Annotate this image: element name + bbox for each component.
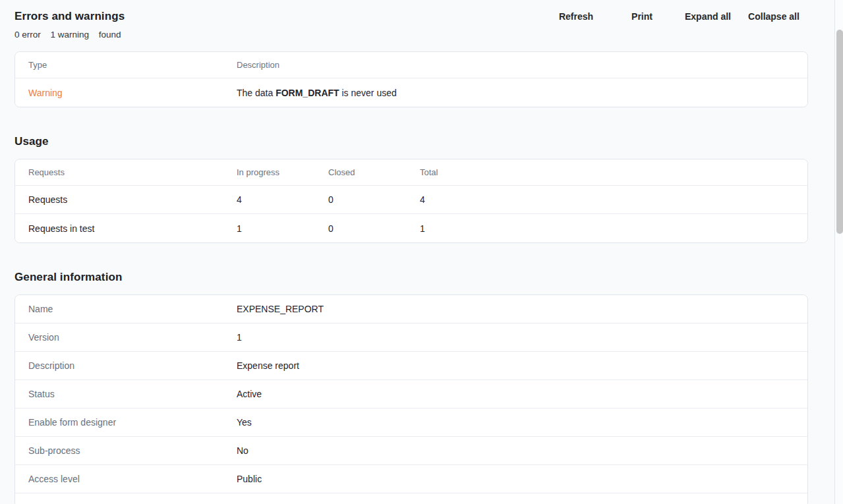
requests-total: 4 [420,194,807,205]
table-row: Name EXPENSE_REPORT [15,295,807,323]
column-header-closed: Closed [328,167,420,177]
column-header-description: Description [237,60,807,70]
page-header: Errors and warnings Refresh Print Expand… [15,0,808,24]
table-row: Version 1 [15,323,807,352]
error-count: 0 error [15,30,41,40]
errors-warnings-table: Type Description Warning The data FORM_D… [15,51,808,107]
status-value: Active [237,389,807,399]
warning-type-cell: Warning [28,88,237,98]
general-information-heading: General information [15,271,808,284]
table-row: Sub-process No [15,437,807,465]
expand-all-button[interactable]: Expand all [675,9,741,24]
requests-in-test-total: 1 [420,223,807,234]
enable-form-designer-value: Yes [237,417,807,428]
requests-closed: 0 [328,194,420,205]
requests-in-test-in-progress: 1 [237,223,328,234]
access-level-label: Access level [28,474,237,484]
sub-process-label: Sub-process [28,445,237,456]
version-label: Version [28,332,237,343]
column-header-in-progress: In progress [237,167,328,177]
print-button[interactable]: Print [609,9,675,24]
data-identifier: FORM_DRAFT [276,88,339,98]
sub-process-value: No [237,445,807,456]
column-header-requests: Requests [28,167,237,177]
warning-description-cell: The data FORM_DRAFT is never used [237,88,807,98]
requests-in-test-label: Requests in test [28,223,237,234]
page-title: Errors and warnings [15,10,125,23]
enable-form-designer-label: Enable form designer [28,417,237,428]
general-information-table: Name EXPENSE_REPORT Version 1 Descriptio… [15,294,808,504]
status-label: Status [28,389,237,399]
name-value: EXPENSE_REPORT [237,304,807,314]
column-header-total: Total [420,167,807,177]
table-row: Description Expense report [15,352,807,380]
name-label: Name [28,304,237,314]
warning-count: 1 warning [51,30,90,40]
table-row: Enable form designer Yes [15,408,807,437]
access-level-value: Public [237,474,807,484]
table-row: Requests 4 0 4 [15,186,807,214]
requests-label: Requests [28,194,237,205]
header-actions: Refresh Print Expand all Collapse all [543,9,807,24]
table-row: Status Active [15,380,807,408]
description-label: Description [28,360,237,371]
scrollbar-thumb[interactable] [836,30,843,234]
process-details-content: Errors and warnings Refresh Print Expand… [15,0,808,504]
refresh-button[interactable]: Refresh [543,9,609,24]
requests-in-test-closed: 0 [328,223,420,234]
description-value: Expense report [237,360,807,371]
vertical-scrollbar[interactable] [834,0,843,504]
table-row-cutoff [15,493,807,504]
table-row: Warning The data FORM_DRAFT is never use… [15,78,807,107]
found-label: found [99,30,121,40]
usage-heading: Usage [15,135,808,148]
errors-table-header: Type Description [15,52,807,78]
version-value: 1 [237,332,807,343]
usage-table-header: Requests In progress Closed Total [15,159,807,186]
requests-in-progress: 4 [237,194,328,205]
table-row: Requests in test 1 0 1 [15,214,807,242]
usage-table: Requests In progress Closed Total Reques… [15,159,808,243]
collapse-all-button[interactable]: Collapse all [741,9,807,24]
column-header-type: Type [28,60,237,70]
table-row: Access level Public [15,465,807,493]
errors-summary: 0 error 1 warning found [15,30,808,40]
